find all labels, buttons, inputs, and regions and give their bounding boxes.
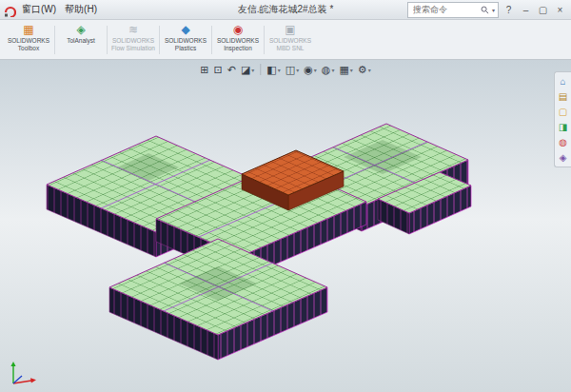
- apply-scene-button[interactable]: ▦▾: [337, 63, 354, 76]
- ribbon-button-label: SOLIDWORKSInspection: [217, 37, 259, 52]
- custom-properties-icon[interactable]: ◈: [560, 152, 567, 163]
- ribbon-separator: [107, 26, 108, 54]
- ribbon-button-mbd-snl[interactable]: ▣ SOLIDWORKSMBD SNL: [266, 22, 315, 58]
- apply-scene-icon: ▦: [339, 64, 348, 75]
- chevron-down-icon: ▾: [350, 67, 353, 73]
- mbd-icon: ▣: [285, 24, 295, 36]
- ribbon-button-flow-simulation[interactable]: ≋ SOLIDWORKSFlow Simulation: [108, 22, 158, 58]
- chevron-down-icon: ▾: [251, 67, 254, 73]
- solidworks-logo: [4, 4, 16, 16]
- toolbox-icon: ▦: [23, 24, 33, 36]
- zoom-area-button[interactable]: ⊡: [211, 63, 224, 76]
- minimize-button[interactable]: –: [519, 3, 533, 17]
- tolanalyst-icon: ◈: [76, 24, 85, 36]
- help-button[interactable]: ?: [502, 3, 516, 17]
- plastics-icon: ◆: [181, 24, 189, 36]
- chevron-down-icon: ▾: [296, 67, 299, 73]
- file-explorer-icon[interactable]: ▢: [559, 107, 567, 117]
- zoom-fit-icon: ⊞: [200, 64, 208, 75]
- ribbon-button-label: TolAnalyst: [67, 37, 95, 45]
- ribbon-button-label: SOLIDWORKSToolbox: [8, 37, 49, 52]
- ribbon-button-inspection[interactable]: ◉ SOLIDWORKSInspection: [213, 22, 263, 58]
- restore-button[interactable]: ▢: [536, 3, 550, 17]
- view-settings-icon: ⚙: [358, 64, 367, 75]
- ribbon-button-solidworks-toolbox[interactable]: ▦ SOLIDWORKSToolbox: [4, 22, 53, 58]
- zoom-fit-button[interactable]: ⊞: [198, 63, 210, 76]
- zoom-area-icon: ⊡: [213, 64, 222, 75]
- view-palette-icon[interactable]: ◨: [559, 122, 567, 132]
- previous-view-icon: ↶: [227, 64, 236, 75]
- solidworks-window: 窗口(W) 帮助(H) 友信.皖海花城2#总装 * ▾ ? – ▢ ×: [0, 0, 571, 392]
- titlebar-right: ▾ ? – ▢ ×: [407, 2, 567, 18]
- command-manager-ribbon: ▦ SOLIDWORKSToolbox ◈ TolAnalyst ≋ SOLID…: [0, 20, 571, 60]
- appearances-icon[interactable]: ◍: [559, 137, 567, 147]
- heads-up-view-toolbar: ⊞ ⊡ ↶ ◪▾ ◧▾ ◫▾ ◉▾ ◍▾ ▦▾ ⚙▾: [198, 63, 372, 76]
- inspection-icon: ◉: [233, 24, 243, 36]
- chevron-down-icon: ▾: [278, 67, 281, 73]
- chevron-down-icon[interactable]: ▾: [492, 7, 495, 13]
- titlebar: 窗口(W) 帮助(H) 友信.皖海花城2#总装 * ▾ ? – ▢ ×: [0, 0, 571, 20]
- menu-window[interactable]: 窗口(W): [22, 3, 56, 16]
- view-orientation-icon: ◧: [266, 64, 276, 75]
- hide-show-items-button[interactable]: ◉▾: [302, 63, 319, 76]
- edit-appearance-button[interactable]: ◍▾: [320, 63, 337, 76]
- ribbon-button-tolanalyst[interactable]: ◈ TolAnalyst: [56, 22, 106, 58]
- ribbon-button-plastics[interactable]: ◆ SOLIDWORKSPlastics: [161, 22, 210, 58]
- display-style-icon: ◫: [286, 64, 295, 75]
- ribbon-button-label: SOLIDWORKSPlastics: [165, 37, 207, 52]
- model-wing-bottom[interactable]: [109, 239, 327, 360]
- edit-appearance-icon: ◍: [322, 64, 331, 75]
- design-library-icon[interactable]: ▤: [559, 91, 567, 102]
- orientation-triad: [6, 356, 40, 388]
- display-style-button[interactable]: ◫▾: [284, 63, 301, 76]
- ribbon-separator: [211, 26, 212, 54]
- assembly-model[interactable]: [0, 60, 571, 392]
- previous-view-button[interactable]: ↶: [226, 63, 238, 76]
- chevron-down-icon: ▾: [331, 67, 334, 73]
- menubar: 窗口(W) 帮助(H): [22, 3, 97, 16]
- command-search[interactable]: ▾: [407, 2, 499, 18]
- toolbar-separator: [260, 64, 261, 75]
- search-input[interactable]: [411, 4, 478, 15]
- flow-simulation-icon: ≋: [128, 24, 138, 36]
- view-orientation-button[interactable]: ◧▾: [265, 63, 282, 76]
- document-title: 友信.皖海花城2#总装 *: [238, 3, 334, 16]
- menu-help[interactable]: 帮助(H): [65, 3, 97, 16]
- search-icon[interactable]: [481, 1, 489, 18]
- ribbon-separator: [159, 26, 160, 54]
- chevron-down-icon: ▾: [314, 67, 317, 73]
- resources-icon[interactable]: ⌂: [560, 76, 565, 87]
- graphics-area[interactable]: ⊞ ⊡ ↶ ◪▾ ◧▾ ◫▾ ◉▾ ◍▾ ▦▾ ⚙▾ ⌂ ▤ ▢ ◨ ◍ ◈: [0, 60, 571, 392]
- section-view-button[interactable]: ◪▾: [239, 63, 256, 76]
- ribbon-button-label: SOLIDWORKSMBD SNL: [269, 37, 311, 52]
- ribbon-separator: [54, 26, 55, 54]
- chevron-down-icon: ▾: [368, 67, 371, 73]
- view-settings-button[interactable]: ⚙▾: [356, 63, 373, 76]
- ribbon-button-label: SOLIDWORKSFlow Simulation: [111, 37, 155, 52]
- section-view-icon: ◪: [241, 64, 250, 75]
- task-pane-strip: ⌂ ▤ ▢ ◨ ◍ ◈: [554, 71, 571, 167]
- hide-show-items-icon: ◉: [304, 64, 313, 75]
- close-button[interactable]: ×: [553, 3, 567, 17]
- ribbon-separator: [264, 26, 265, 54]
